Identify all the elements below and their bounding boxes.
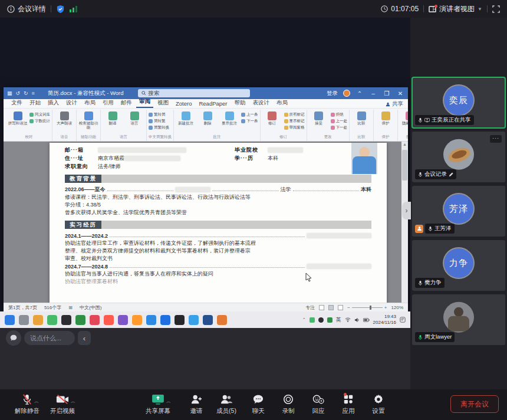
- taskbar-settings-icon[interactable]: [19, 315, 29, 325]
- ribbon-tab-引用[interactable]: 引用: [100, 98, 117, 108]
- toolbar-apps-button[interactable]: 应用: [332, 393, 365, 415]
- participant-tile[interactable]: 芳泽王芳泽: [412, 186, 505, 237]
- redo-icon[interactable]: ↻: [24, 90, 28, 96]
- restore-icon[interactable]: ❐: [383, 90, 391, 97]
- ribbon-button-大声朗读[interactable]: 大声朗读: [54, 110, 74, 125]
- taskbar-start-icon[interactable]: [5, 315, 15, 325]
- ribbon-button-接受[interactable]: 接受: [309, 110, 329, 125]
- ribbon-button-比较[interactable]: 比较: [351, 110, 371, 125]
- taskbar-app-blue-cloud-icon[interactable]: [189, 315, 199, 325]
- web-layout-icon[interactable]: [338, 305, 343, 310]
- close-icon[interactable]: ✕: [396, 90, 404, 97]
- taskbar-app-green-leaf-icon[interactable]: [47, 315, 57, 325]
- toolbar-settings-button[interactable]: 设置: [362, 393, 395, 415]
- toolbar-invite-button[interactable]: 邀请: [180, 393, 213, 415]
- participant-tile[interactable]: 周文lawyer: [412, 294, 505, 345]
- ribbon-button-检查辅助功能[interactable]: 检查辅助功能: [78, 110, 98, 130]
- taskbar-outlook-icon[interactable]: [160, 315, 170, 325]
- ribbon-button-简转繁[interactable]: 简转繁: [149, 119, 169, 124]
- leave-meeting-button[interactable]: 离开会议: [450, 395, 499, 413]
- signin-label[interactable]: 登录: [327, 90, 338, 97]
- read-mode-icon[interactable]: [319, 305, 324, 310]
- word-count[interactable]: 516个字: [44, 304, 61, 311]
- ribbon-tab-审阅[interactable]: 审阅: [136, 97, 153, 108]
- more-options-button[interactable]: ···: [490, 135, 502, 143]
- ribbon-button-同义词库[interactable]: 同义词库: [29, 112, 50, 117]
- ribbon-button-所有标记[interactable]: 所有标记: [284, 112, 305, 117]
- ribbon-tab-文件[interactable]: 文件: [8, 98, 25, 108]
- ribbon-button-新建批注[interactable]: 新建批注: [176, 110, 196, 125]
- volume-icon[interactable]: [354, 317, 360, 323]
- taskbar-app-green-dark-icon[interactable]: [75, 315, 85, 325]
- battery-icon[interactable]: [363, 318, 370, 322]
- wifi-icon[interactable]: [345, 317, 351, 322]
- toolbar-reaction-button[interactable]: 回应: [302, 393, 335, 415]
- chevron-up-icon[interactable]: ︿: [71, 398, 75, 405]
- ribbon-tab-视图[interactable]: 视图: [154, 98, 172, 108]
- taskbar-file-explorer-icon[interactable]: [33, 315, 43, 325]
- ribbon-button-删除[interactable]: 删除: [197, 110, 218, 125]
- participant-tile[interactable]: ···会议记录: [412, 132, 505, 182]
- network-signal-icon[interactable]: [70, 5, 78, 12]
- tray-wechat-icon[interactable]: [327, 317, 332, 323]
- toolbar-chat-button[interactable]: 聊天: [242, 393, 275, 415]
- taskbar-firefox-icon[interactable]: [132, 315, 142, 325]
- ribbon-button-隐藏墨迹[interactable]: 隐藏墨迹: [400, 110, 408, 125]
- ribbon-button-上一处[interactable]: 上一处: [331, 119, 348, 124]
- ribbon-tab-设计[interactable]: 设计: [63, 98, 80, 108]
- chevron-up-icon[interactable]: ︿: [166, 398, 171, 405]
- focus-mode[interactable]: 专注: [305, 304, 315, 311]
- taskbar-app-orange-icon[interactable]: [217, 315, 227, 325]
- security-shield-icon[interactable]: [56, 5, 65, 14]
- taskbar-word-icon[interactable]: [203, 315, 213, 325]
- minimize-icon[interactable]: –: [369, 90, 377, 97]
- chevron-up-icon[interactable]: ︿: [34, 398, 39, 405]
- ribbon-button-审阅窗格[interactable]: 审阅窗格: [284, 125, 305, 130]
- notification-center-icon[interactable]: [400, 317, 406, 323]
- meeting-details-button[interactable]: 会议详情: [7, 4, 46, 14]
- toolbar-record-button[interactable]: 录制: [272, 393, 305, 415]
- taskbar-edge-icon[interactable]: [146, 315, 156, 325]
- ribbon-button-下一处[interactable]: 下一处: [331, 125, 348, 130]
- share-button[interactable]: 共享: [386, 100, 403, 108]
- toolbar-share-screen-button[interactable]: ︿共享屏幕: [141, 393, 175, 415]
- ribbon-tab-布局[interactable]: 布局: [81, 98, 98, 108]
- ribbon-button-下一条[interactable]: 下一条: [241, 119, 258, 124]
- ribbon-button-翻译[interactable]: 翻译: [103, 110, 123, 125]
- system-clock[interactable]: 19:43 2024/11/16: [373, 314, 396, 325]
- page-indicator[interactable]: 第1页，共7页: [8, 304, 37, 311]
- ribbon-button-拼写和语法[interactable]: 拼写和语法: [8, 110, 28, 125]
- scroll-up-arrow[interactable]: ▲: [402, 142, 407, 146]
- zoom-level[interactable]: 120%: [391, 305, 403, 310]
- toolbar-mic-off-button[interactable]: ︿解除静音: [11, 393, 44, 415]
- ribbon-tab-插入[interactable]: 插入: [45, 98, 62, 108]
- sidebar-collapse-handle[interactable]: ›: [402, 202, 411, 219]
- ribbon-button-字数统计[interactable]: 字数统计: [29, 119, 50, 124]
- word-titlebar[interactable]: ▦ ↺ ↻ ≡ 简历.docx - 兼容性模式 - Word 搜索 登录 ⌃ –: [4, 87, 408, 99]
- ribbon-tab-表设计[interactable]: 表设计: [250, 98, 273, 108]
- rename-pencil[interactable]: [449, 172, 453, 177]
- ribbon-tab-布局[interactable]: 布局: [274, 98, 291, 108]
- taskbar-wps-icon[interactable]: [104, 315, 114, 325]
- ribbon-button-保护[interactable]: 保护: [376, 110, 396, 125]
- ribbon-tab-邮件[interactable]: 邮件: [118, 98, 135, 108]
- ribbon-button-繁转简[interactable]: 繁转简: [149, 112, 169, 117]
- ribbon-display-icon[interactable]: ⌃: [355, 90, 364, 97]
- ribbon-button-语言[interactable]: 语言: [124, 110, 144, 125]
- chat-input[interactable]: 说点什么...: [24, 331, 75, 345]
- print-layout-icon[interactable]: [328, 305, 334, 310]
- language-indicator[interactable]: 中文(中国): [80, 304, 101, 311]
- ime-indicator[interactable]: 英: [336, 316, 341, 324]
- tray-qq-icon[interactable]: [318, 317, 324, 323]
- ribbon-tab-帮助[interactable]: 帮助: [232, 98, 249, 108]
- taskbar-app-red-icon[interactable]: [90, 315, 100, 325]
- participant-tile[interactable]: 奕辰王奕辰正在共享: [412, 77, 505, 128]
- chat-bubble-button[interactable]: [6, 330, 21, 346]
- fullscreen-icon[interactable]: [492, 5, 500, 13]
- ribbon-tab-ReadPaper[interactable]: ReadPaper: [196, 99, 230, 108]
- undo-icon[interactable]: ↺: [16, 90, 21, 96]
- taskbar-qq-icon[interactable]: [61, 315, 71, 325]
- ribbon-tab-Zotero[interactable]: Zotero: [173, 99, 195, 108]
- ribbon-tab-开始[interactable]: 开始: [27, 98, 44, 108]
- tray-chevron-icon[interactable]: ⌃: [302, 317, 306, 322]
